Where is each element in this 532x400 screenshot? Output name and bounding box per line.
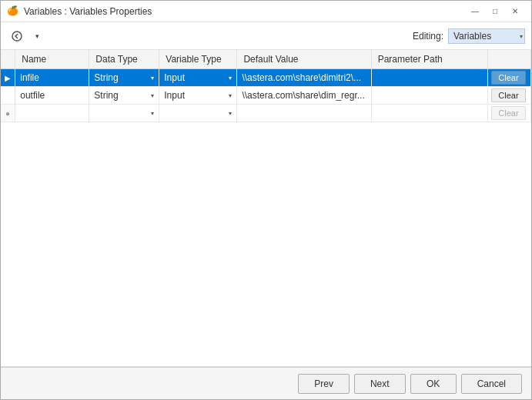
row-indicator-1: ▶ [1, 69, 15, 87]
header-datatype: Data Type [89, 50, 159, 69]
svg-point-0 [12, 32, 22, 41]
maximize-button[interactable]: □ [485, 4, 505, 19]
row-clear-cell-2: Clear [488, 87, 531, 105]
back-button[interactable] [7, 26, 27, 46]
main-window: 🍊 Variables : Variables Properties — □ ✕… [0, 0, 532, 400]
row-parampath-2 [371, 87, 488, 105]
header-defaultvalue: Default Value [237, 50, 371, 69]
title-bar: 🍊 Variables : Variables Properties — □ ✕ [1, 1, 531, 22]
row-name-1[interactable]: infile [15, 69, 89, 87]
window-title: Variables : Variables Properties [24, 6, 465, 17]
ok-button[interactable]: OK [410, 374, 457, 394]
empty-variabletype-icon[interactable]: ▾ [229, 110, 232, 117]
header-parameterpath: Parameter Path [371, 50, 488, 69]
cancel-button[interactable]: Cancel [461, 374, 522, 394]
empty-clear-cell: Clear [488, 105, 531, 122]
empty-parampath [371, 105, 488, 122]
datatype-dropdown-icon-2[interactable]: ▾ [151, 92, 154, 99]
editing-value-text: Variables [453, 31, 491, 42]
datatype-dropdown-icon-1[interactable]: ▾ [151, 75, 154, 82]
minimize-button[interactable]: — [465, 4, 485, 19]
editing-dropdown-icon[interactable]: ▾ [520, 32, 523, 39]
empty-variabletype[interactable]: ▾ [159, 105, 237, 122]
editing-value-field[interactable]: Variables ▾ [448, 28, 525, 44]
content-area: Name Data Type Variable Type Default Val… [1, 50, 531, 367]
variables-table: Name Data Type Variable Type Default Val… [1, 50, 531, 122]
table-row[interactable]: ▶ infile String ▾ Input ▾ [1, 69, 531, 87]
row-variabletype-2[interactable]: Input ▾ [159, 87, 237, 105]
header-clear [488, 50, 531, 69]
dropdown-arrow-button[interactable]: ▾ [30, 26, 44, 46]
editing-section: Editing: Variables ▾ [413, 28, 525, 44]
close-button[interactable]: ✕ [505, 4, 525, 19]
row-defaultvalue-1[interactable]: \\astera.com\share\dimitri2\... [237, 69, 371, 87]
empty-defaultvalue[interactable] [237, 105, 371, 122]
next-button[interactable]: Next [354, 374, 406, 394]
window-controls: — □ ✕ [465, 4, 525, 19]
toolbar: ▾ Editing: Variables ▾ [1, 22, 531, 50]
table-header-row: Name Data Type Variable Type Default Val… [1, 50, 531, 69]
table-container[interactable]: Name Data Type Variable Type Default Val… [1, 50, 531, 367]
table-row-empty[interactable]: ● ▾ ▾ [1, 105, 531, 122]
empty-datatype-icon[interactable]: ▾ [151, 110, 154, 117]
row-arrow-icon: ▶ [5, 74, 11, 82]
table-row[interactable]: outfile String ▾ Input ▾ [1, 87, 531, 105]
new-row-dot: ● [5, 109, 10, 118]
row-clear-cell-1: Clear [488, 69, 531, 87]
row-defaultvalue-2[interactable]: \\astera.com\share\dim_regr... [237, 87, 371, 105]
clear-button-2[interactable]: Clear [491, 88, 525, 102]
dropdown-arrow-icon: ▾ [35, 32, 39, 40]
row-indicator-2 [1, 87, 15, 105]
prev-button[interactable]: Prev [298, 374, 350, 394]
row-parampath-1 [371, 69, 488, 87]
empty-datatype[interactable]: ▾ [89, 105, 159, 122]
header-name: Name [15, 50, 89, 69]
row-name-2[interactable]: outfile [15, 87, 89, 105]
row-variabletype-1[interactable]: Input ▾ [159, 69, 237, 87]
variabletype-dropdown-icon-1[interactable]: ▾ [229, 75, 232, 82]
row-datatype-1[interactable]: String ▾ [89, 69, 159, 87]
editing-label-text: Editing: [413, 31, 443, 42]
footer: Prev Next OK Cancel [1, 367, 531, 399]
header-variabletype: Variable Type [159, 50, 237, 69]
empty-indicator: ● [1, 105, 15, 122]
back-icon [12, 31, 22, 42]
app-icon: 🍊 [7, 5, 19, 18]
variabletype-dropdown-icon-2[interactable]: ▾ [229, 92, 232, 99]
header-indicator [1, 50, 15, 69]
row-datatype-2[interactable]: String ▾ [89, 87, 159, 105]
clear-button-1[interactable]: Clear [491, 71, 525, 85]
clear-button-empty[interactable]: Clear [491, 106, 525, 120]
empty-name[interactable] [15, 105, 89, 122]
